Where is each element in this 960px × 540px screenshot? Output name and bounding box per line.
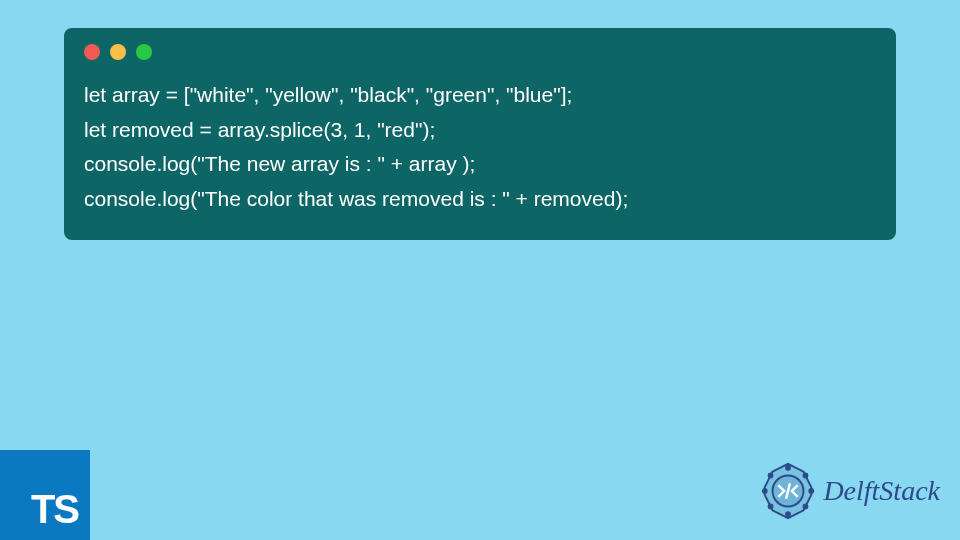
delftstack-icon [757,460,819,522]
code-window: let array = ["white", "yellow", "black",… [64,28,896,240]
typescript-badge: TS [0,450,90,540]
code-line-4: console.log("The color that was removed … [84,187,628,210]
svg-point-4 [786,466,790,470]
svg-point-7 [804,505,808,509]
svg-point-6 [810,489,814,493]
code-content: let array = ["white", "yellow", "black",… [84,78,876,217]
delftstack-logo: DelftStack [757,460,940,522]
code-line-3: console.log("The new array is : " + arra… [84,152,475,175]
minimize-dot-icon [110,44,126,60]
svg-point-9 [769,505,773,509]
svg-point-10 [763,489,767,493]
maximize-dot-icon [136,44,152,60]
svg-point-11 [769,474,773,478]
svg-point-5 [804,474,808,478]
close-dot-icon [84,44,100,60]
code-line-1: let array = ["white", "yellow", "black",… [84,83,572,106]
svg-point-8 [786,512,790,516]
delftstack-text: DelftStack [823,475,940,507]
code-line-2: let removed = array.splice(3, 1, "red"); [84,118,435,141]
window-controls [84,44,876,60]
ts-badge-text: TS [31,487,78,532]
